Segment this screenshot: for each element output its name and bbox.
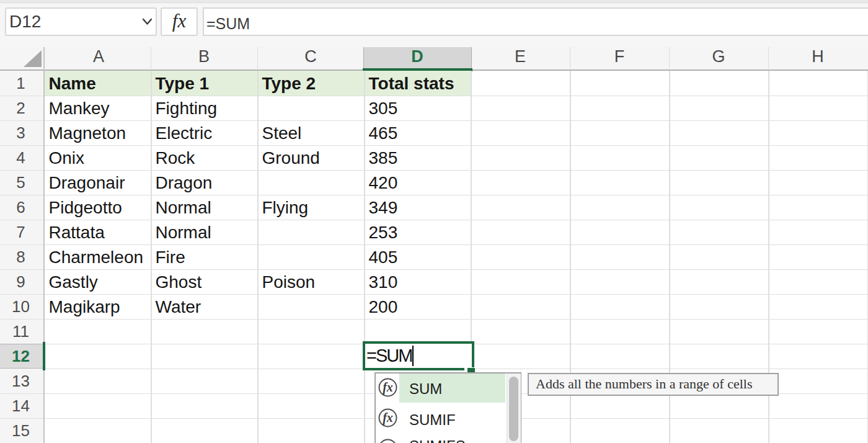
svg-text:fx: fx (383, 380, 393, 394)
svg-text:fx: fx (383, 441, 393, 443)
svg-text:fx: fx (383, 411, 393, 425)
